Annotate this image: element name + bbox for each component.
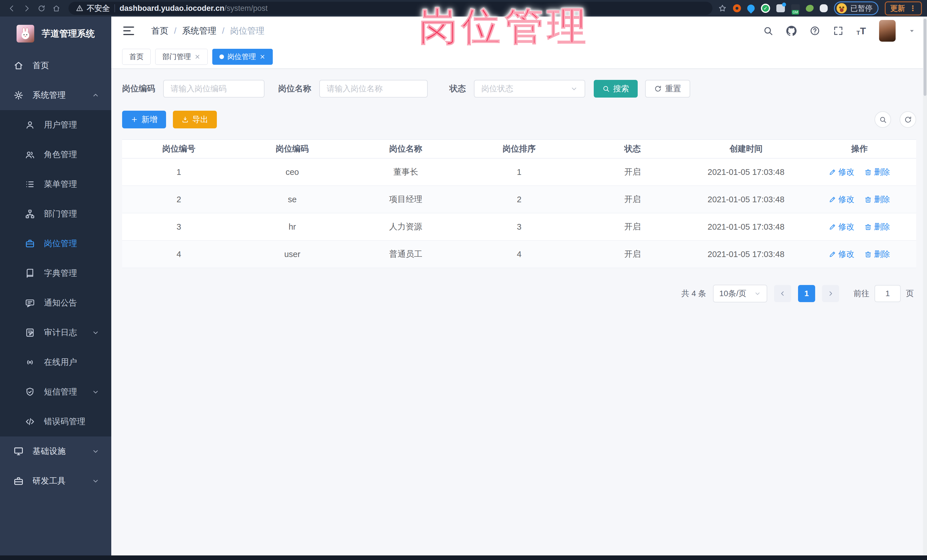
- search-button[interactable]: 搜索: [594, 80, 638, 97]
- delete-link[interactable]: 删除: [865, 194, 890, 205]
- extension-icon[interactable]: [791, 4, 800, 12]
- delete-label: 删除: [874, 167, 890, 178]
- column-header: 状态: [576, 143, 689, 155]
- post-code-input[interactable]: [163, 80, 264, 97]
- app-logo-row[interactable]: 芋道管理系统: [0, 17, 111, 51]
- back-icon[interactable]: [5, 2, 18, 15]
- refresh-button[interactable]: [900, 111, 916, 128]
- home-icon[interactable]: [50, 2, 63, 15]
- breadcrumb-item[interactable]: 首页: [151, 25, 168, 37]
- delete-link[interactable]: 删除: [865, 249, 890, 260]
- status-field: 状态 岗位状态: [449, 80, 585, 97]
- sidebar: 芋道管理系统 首页系统管理用户管理角色管理菜单管理部门管理岗位管理字典管理通知公…: [0, 17, 111, 555]
- help-icon[interactable]: [810, 26, 820, 36]
- sidebar-item-基础设施[interactable]: 基础设施: [0, 437, 111, 466]
- sidebar-item-菜单管理[interactable]: 菜单管理: [0, 170, 111, 199]
- chevron-down-icon: [754, 290, 761, 297]
- post-name-field: 岗位名称: [278, 80, 428, 97]
- edit-link[interactable]: 修改: [829, 194, 854, 205]
- infrastructure-icon: [14, 446, 23, 456]
- sidebar-item-角色管理[interactable]: 角色管理: [0, 140, 111, 170]
- collapse-menu-icon[interactable]: [123, 27, 134, 35]
- sidebar-item-首页[interactable]: 首页: [0, 51, 111, 80]
- sidebar-item-系统管理[interactable]: 系统管理: [0, 80, 111, 110]
- sidebar-item-岗位管理[interactable]: 岗位管理: [0, 229, 111, 258]
- table-row: 4user普通员工4开启2021-01-05 17:03:48修改删除: [122, 241, 916, 268]
- table-row: 3hr人力资源3开启2021-01-05 17:03:48修改删除: [122, 213, 916, 241]
- paused-extension-chip[interactable]: 已暂停: [834, 2, 878, 15]
- cell-name: 董事长: [349, 166, 462, 178]
- reload-icon[interactable]: [35, 2, 48, 15]
- security-chip[interactable]: 不安全: [76, 3, 110, 14]
- next-page-button[interactable]: [822, 285, 839, 302]
- extension-icon[interactable]: ✓: [761, 4, 770, 13]
- cell-id: 2: [122, 195, 236, 204]
- browser-toolbar: 不安全 dashboard.yudao.iocoder.cn/system/po…: [0, 0, 927, 17]
- extensions-puzzle-icon[interactable]: [820, 4, 828, 12]
- sidebar-item-通知公告[interactable]: 通知公告: [0, 288, 111, 318]
- add-button[interactable]: 新增: [122, 111, 166, 128]
- extension-icon[interactable]: [746, 3, 756, 14]
- table-settings: [874, 111, 916, 128]
- bookmark-star-icon[interactable]: [718, 4, 727, 12]
- sidebar-item-label: 部门管理: [44, 208, 77, 220]
- edit-icon: [829, 251, 836, 258]
- page-content: 岗位编码 岗位名称 状态 岗位状态: [111, 68, 927, 555]
- sidebar-item-label: 菜单管理: [44, 179, 77, 190]
- delete-link[interactable]: 删除: [865, 167, 890, 178]
- sidebar-item-部门管理[interactable]: 部门管理: [0, 199, 111, 229]
- tab-首页[interactable]: 首页: [122, 49, 150, 65]
- search-icon[interactable]: [763, 26, 773, 36]
- export-button[interactable]: 导出: [173, 111, 217, 128]
- cell-code: user: [236, 250, 349, 259]
- browser-menu-icon[interactable]: ⋮: [909, 4, 916, 13]
- status-placeholder: 岗位状态: [481, 83, 513, 94]
- cell-id: 1: [122, 167, 236, 177]
- tab-岗位管理[interactable]: 岗位管理: [212, 49, 273, 65]
- edit-link[interactable]: 修改: [829, 167, 854, 178]
- sidebar-item-字典管理[interactable]: 字典管理: [0, 258, 111, 288]
- sidebar-item-短信管理[interactable]: 短信管理: [0, 377, 111, 407]
- sidebar-item-在线用户[interactable]: 在线用户: [0, 348, 111, 377]
- fullscreen-icon[interactable]: [833, 26, 843, 36]
- sidebar-item-审计日志[interactable]: 审计日志: [0, 318, 111, 348]
- toggle-search-button[interactable]: [874, 111, 891, 128]
- sidebar-item-研发工具[interactable]: 研发工具: [0, 466, 111, 496]
- forward-icon[interactable]: [20, 2, 33, 15]
- update-button[interactable]: 更新 ⋮: [885, 2, 922, 15]
- users-icon: [25, 150, 35, 159]
- tab-label: 首页: [129, 52, 143, 61]
- goto-page-input[interactable]: [874, 285, 901, 302]
- github-icon[interactable]: [786, 26, 796, 36]
- extension-icon[interactable]: [777, 4, 785, 12]
- current-page[interactable]: 1: [798, 285, 815, 302]
- address-bar[interactable]: 不安全 dashboard.yudao.iocoder.cn/system/po…: [68, 2, 713, 15]
- font-size-icon[interactable]: TT: [857, 26, 866, 36]
- post-name-input[interactable]: [319, 80, 428, 97]
- security-label: 不安全: [87, 3, 110, 14]
- goto-page: 前往 页: [853, 285, 914, 302]
- posts-table: 岗位编号岗位编码岗位名称岗位排序状态创建时间操作 1ceo董事长1开启2021-…: [122, 139, 916, 268]
- chevron-down-icon: [92, 329, 99, 336]
- breadcrumb-item[interactable]: 系统管理: [182, 25, 216, 37]
- avatar[interactable]: [879, 20, 896, 42]
- page-size-select[interactable]: 10条/页: [713, 285, 767, 302]
- sidebar-item-label: 系统管理: [32, 90, 65, 101]
- extension-icon[interactable]: [733, 4, 741, 12]
- extension-icon[interactable]: [805, 3, 814, 13]
- main-area: 首页/系统管理/岗位管理 TT 首页部门管理岗位管理 岗位编码: [111, 17, 927, 555]
- delete-link[interactable]: 删除: [865, 222, 890, 232]
- sidebar-item-错误码管理[interactable]: 错误码管理: [0, 407, 111, 437]
- edit-link[interactable]: 修改: [829, 222, 854, 232]
- status-select[interactable]: 岗位状态: [474, 80, 585, 97]
- scrollbar[interactable]: [923, 17, 927, 555]
- prev-page-button[interactable]: [774, 285, 791, 302]
- tab-部门管理[interactable]: 部门管理: [155, 49, 208, 65]
- announcement-icon: [25, 298, 35, 308]
- delete-icon: [865, 251, 872, 258]
- sidebar-item-用户管理[interactable]: 用户管理: [0, 110, 111, 140]
- tags-bar: 首页部门管理岗位管理: [111, 45, 927, 68]
- edit-link[interactable]: 修改: [829, 249, 854, 260]
- chevron-down-icon[interactable]: [909, 28, 915, 34]
- reset-button[interactable]: 重置: [645, 80, 690, 97]
